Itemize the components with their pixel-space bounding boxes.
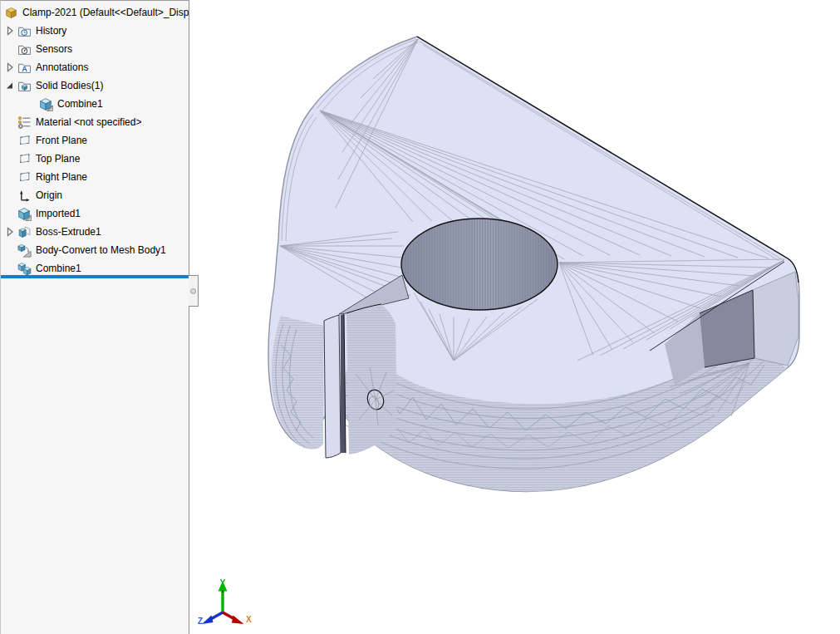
tree-item-label: Front Plane [36, 131, 87, 150]
no-expand [2, 189, 17, 202]
no-expand [2, 152, 17, 165]
origin-icon [17, 189, 32, 203]
no-expand [2, 243, 17, 257]
splitter-grip-icon [190, 288, 196, 294]
feature-tree: Clamp-2021 (Default<<Default>_Disp Histo… [1, 3, 189, 278]
material-icon [17, 115, 32, 130]
tree-item-sensors[interactable]: Sensors [1, 40, 189, 58]
tree-item-front-plane[interactable]: Front Plane [1, 131, 189, 150]
tree-item-history[interactable]: History [1, 22, 189, 40]
tree-item-annotations[interactable]: A Annotations [1, 58, 189, 76]
model-view: Y Z X [190, 0, 840, 634]
history-folder-icon [17, 24, 32, 38]
tree-item-right-plane[interactable]: Right Plane [1, 168, 189, 186]
plane-icon [17, 170, 32, 184]
tree-item-label: Solid Bodies(1) [36, 76, 103, 95]
solid-bodies-folder-icon [17, 79, 32, 93]
plane-icon [17, 134, 32, 148]
no-expand [2, 42, 17, 56]
tree-item-top-plane[interactable]: Top Plane [1, 150, 189, 168]
tree-item-material[interactable]: Material <not specified> [1, 113, 189, 131]
no-expand [2, 134, 17, 147]
boss-extrude-icon [17, 225, 32, 239]
convert-mesh-icon [17, 243, 32, 258]
expand-expanded-icon[interactable] [2, 79, 17, 92]
tree-item-label: Top Plane [36, 150, 80, 168]
annotations-folder-icon: A [17, 61, 32, 75]
graphics-area[interactable]: Y Z X [190, 0, 840, 634]
svg-text:A: A [22, 65, 27, 73]
panel-splitter-handle[interactable] [189, 275, 199, 307]
tree-item-label: Sensors [36, 40, 72, 58]
tree-item-label: Annotations [36, 58, 88, 76]
tree-item-solid-bodies[interactable]: Solid Bodies(1) [1, 76, 189, 95]
no-expand [24, 97, 39, 111]
combine-feature-icon [17, 262, 32, 276]
tree-item-label: Origin [36, 186, 62, 204]
tree-item-label: Boss-Extrude1 [36, 223, 101, 241]
imported-body-icon [17, 207, 32, 221]
expand-collapsed-icon[interactable] [2, 61, 17, 74]
part-icon [4, 6, 18, 20]
tree-item-imported1[interactable]: Imported1 [1, 204, 189, 223]
root-label: Clamp-2021 (Default<<Default>_Disp [22, 3, 189, 22]
tree-root-item[interactable]: Clamp-2021 (Default<<Default>_Disp [1, 3, 189, 22]
tree-item-label: Right Plane [36, 168, 87, 186]
clamp-model [268, 37, 799, 491]
plane-icon [17, 152, 32, 166]
tree-item-origin[interactable]: Origin [1, 186, 189, 204]
tree-item-label: History [36, 22, 66, 40]
no-expand [2, 207, 17, 220]
expand-collapsed-icon[interactable] [2, 225, 17, 238]
no-expand [2, 262, 17, 275]
triad-z-label: Z [198, 617, 203, 626]
tree-item-label: Combine1 [57, 95, 103, 113]
expand-collapsed-icon[interactable] [2, 24, 17, 37]
sensors-folder-icon [17, 42, 32, 57]
mesh-body-icon [39, 97, 53, 111]
no-expand [2, 115, 17, 129]
triad-x-label: X [246, 615, 252, 624]
tree-item-label: Body-Convert to Mesh Body1 [36, 241, 166, 259]
tree-item-body-convert[interactable]: Body-Convert to Mesh Body1 [1, 241, 189, 259]
tree-item-label: Imported1 [36, 204, 81, 223]
solidworks-window: Clamp-2021 (Default<<Default>_Disp Histo… [0, 0, 840, 634]
orientation-triad: Y Z X [198, 578, 252, 626]
tree-item-combine-body[interactable]: Combine1 [1, 95, 189, 113]
no-expand [2, 170, 17, 184]
tree-item-label: Material <not specified> [36, 113, 141, 131]
triad-y-label: Y [220, 578, 226, 587]
rollback-bar[interactable] [1, 275, 189, 278]
feature-manager-panel: Clamp-2021 (Default<<Default>_Disp Histo… [0, 0, 189, 634]
tree-item-boss-extrude1[interactable]: Boss-Extrude1 [1, 223, 189, 241]
